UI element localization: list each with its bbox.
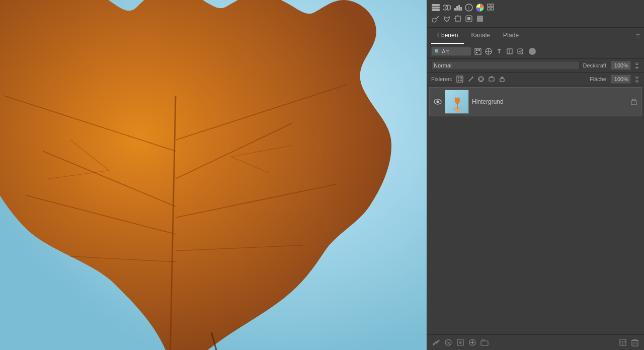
layers-icon[interactable]: [431, 3, 440, 12]
fill-label: Fläche:: [590, 76, 608, 82]
svg-rect-20: [454, 8, 456, 11]
svg-point-67: [459, 341, 462, 344]
link-icon[interactable]: [431, 337, 441, 347]
toolbar-row-1: i: [431, 3, 640, 12]
opacity-value[interactable]: 100%: [611, 61, 631, 70]
blend-row: Normal Deckkraft: 100% ▲ ▼: [427, 59, 644, 73]
layers-panel: Ebenen Kanäle Pfade ≡ 🔍 T: [427, 28, 644, 350]
svg-rect-37: [475, 48, 481, 54]
svg-rect-77: [633, 339, 636, 340]
filter-pixel-icon[interactable]: [473, 47, 482, 56]
layer-row-hintergrund[interactable]: Hintergrund: [429, 87, 642, 116]
panel-menu-icon[interactable]: ≡: [636, 32, 640, 40]
svg-text:fx: fx: [446, 340, 450, 345]
adjustment-add-icon[interactable]: [467, 337, 477, 347]
svg-point-19: [446, 5, 451, 10]
svg-rect-28: [491, 4, 494, 7]
svg-text:i: i: [468, 6, 469, 11]
svg-rect-23: [460, 7, 462, 11]
svg-rect-75: [632, 340, 638, 346]
toolbar-row-2: [431, 14, 640, 23]
filter-icons: T: [473, 47, 525, 56]
new-layer-icon[interactable]: [618, 337, 628, 347]
opacity-down[interactable]: ▼: [634, 65, 640, 69]
svg-point-59: [437, 101, 439, 103]
svg-rect-29: [488, 8, 490, 10]
svg-rect-22: [458, 5, 460, 11]
lock-position-icon[interactable]: [476, 75, 486, 84]
top-toolbar: i: [427, 0, 644, 28]
grid-icon[interactable]: [487, 3, 496, 12]
delete-layer-icon[interactable]: [630, 337, 640, 347]
svg-rect-39: [478, 49, 480, 51]
channels-icon[interactable]: [442, 3, 451, 12]
fixieren-label: Fixieren:: [431, 76, 452, 82]
svg-rect-36: [477, 16, 483, 22]
fill-value[interactable]: 100%: [611, 75, 631, 84]
canvas-area: [0, 0, 427, 350]
svg-rect-16: [432, 7, 440, 9]
blend-mode-select[interactable]: Normal: [431, 61, 580, 70]
svg-rect-40: [476, 52, 477, 53]
svg-line-50: [472, 77, 473, 78]
info-icon[interactable]: i: [464, 3, 473, 12]
svg-rect-30: [491, 8, 494, 10]
tabs-row: Ebenen Kanäle Pfade ≡: [427, 28, 644, 44]
right-panel: i: [427, 0, 644, 350]
lock-all-icon[interactable]: [498, 75, 507, 84]
lock-draw-icon[interactable]: [466, 75, 475, 84]
layer-name: Hintergrund: [472, 98, 627, 105]
svg-line-32: [436, 16, 439, 19]
svg-rect-48: [458, 80, 459, 81]
svg-rect-33: [455, 16, 460, 21]
tab-ebenen[interactable]: Ebenen: [431, 28, 464, 44]
svg-rect-35: [467, 17, 470, 20]
svg-rect-27: [488, 4, 490, 7]
filter-toggle[interactable]: [529, 48, 536, 55]
fill-down[interactable]: ▼: [634, 79, 640, 83]
svg-rect-44: [518, 49, 523, 54]
filter-adjustment-icon[interactable]: [484, 47, 493, 56]
tab-pfade[interactable]: Pfade: [497, 28, 525, 44]
filter-text-icon[interactable]: T: [495, 47, 504, 56]
square-icon[interactable]: [475, 14, 485, 23]
layers-list: Hintergrund: [427, 86, 644, 334]
filter-search-box[interactable]: 🔍: [431, 47, 471, 56]
svg-rect-63: [631, 101, 636, 105]
svg-rect-46: [458, 77, 459, 79]
lock-pixels-icon[interactable]: [455, 75, 464, 84]
svg-rect-47: [460, 77, 462, 79]
dodge-tool-icon[interactable]: [431, 14, 440, 23]
fill-up[interactable]: ▲: [634, 75, 640, 79]
filter-row: 🔍 T: [427, 44, 644, 59]
filter-input[interactable]: [442, 48, 462, 54]
opacity-up[interactable]: ▲: [634, 61, 640, 65]
transform-icon[interactable]: [453, 14, 462, 23]
opacity-spinner[interactable]: ▲ ▼: [634, 61, 640, 69]
svg-rect-15: [432, 4, 440, 6]
fill-spinner[interactable]: ▲ ▼: [634, 75, 640, 83]
search-icon: 🔍: [434, 49, 440, 54]
effects-icon[interactable]: fx: [443, 337, 453, 347]
filter-smart-icon[interactable]: [516, 47, 525, 56]
layer-visibility-icon[interactable]: [434, 98, 442, 106]
burn-tool-icon[interactable]: [442, 14, 451, 23]
group-icon[interactable]: [479, 337, 490, 347]
mask-add-icon[interactable]: [455, 337, 465, 347]
histogram-icon[interactable]: [453, 3, 462, 12]
lock-row: Fixieren: Fläche: 100%: [427, 73, 644, 86]
tab-kanaele[interactable]: Kanäle: [465, 28, 496, 44]
bottom-toolbar: fx: [427, 334, 644, 350]
layer-thumbnail: [445, 90, 469, 114]
filter-shape-icon[interactable]: [505, 47, 514, 56]
layer-lock-icon[interactable]: [630, 97, 637, 107]
lock-artboard-icon[interactable]: [487, 75, 496, 84]
mask-icon[interactable]: [464, 14, 473, 23]
opacity-label: Deckkraft:: [583, 62, 608, 68]
svg-rect-45: [457, 76, 463, 82]
svg-rect-21: [456, 6, 458, 11]
svg-rect-71: [481, 341, 488, 345]
lock-icons: [455, 75, 507, 84]
color-icon[interactable]: [475, 3, 485, 12]
svg-rect-17: [432, 9, 440, 11]
